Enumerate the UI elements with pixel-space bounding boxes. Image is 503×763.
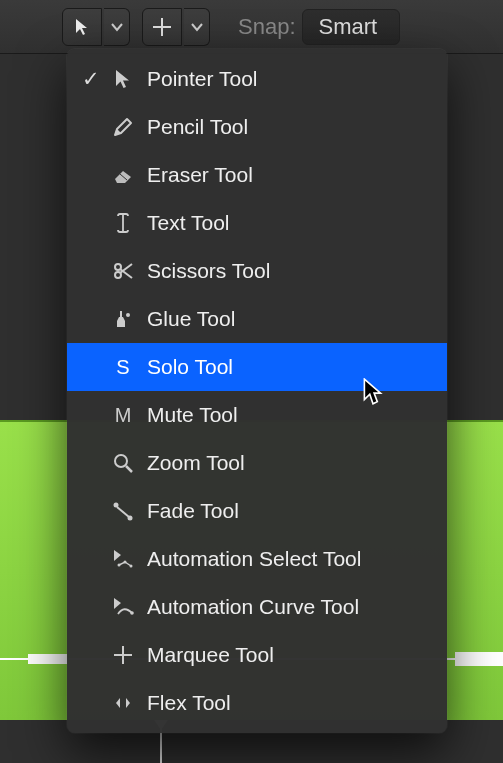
cmd-click-tool-dropdown[interactable] (184, 8, 210, 46)
menu-item-label: Fade Tool (141, 499, 433, 523)
menu-item-label: Mute Tool (141, 403, 433, 427)
tool-menu: ✓Pointer ToolPencil ToolEraser ToolText … (67, 49, 447, 733)
menu-item-label: Pencil Tool (141, 115, 433, 139)
menu-item-label: Text Tool (141, 211, 433, 235)
svg-point-20 (130, 611, 134, 615)
menu-item-label: Eraser Tool (141, 163, 433, 187)
menu-item-label: Solo Tool (141, 355, 433, 379)
svg-line-15 (117, 507, 129, 517)
menu-item-mute-tool[interactable]: MMute Tool (67, 391, 447, 439)
snap-label: Snap: (238, 14, 296, 40)
scissors-icon (105, 259, 141, 283)
glue-icon (105, 307, 141, 331)
menu-item-zoom-tool[interactable]: Zoom Tool (67, 439, 447, 487)
menu-item-eraser-tool[interactable]: Eraser Tool (67, 151, 447, 199)
letter-M-icon: M (105, 404, 141, 427)
menu-item-label: Scissors Tool (141, 259, 433, 283)
pointer-icon (105, 67, 141, 91)
autocurve-icon (105, 595, 141, 619)
menu-item-label: Glue Tool (141, 307, 433, 331)
menu-item-automation-select-tool[interactable]: Automation Select Tool (67, 535, 447, 583)
menu-item-marquee-tool[interactable]: Marquee Tool (67, 631, 447, 679)
eraser-icon (105, 163, 141, 187)
menu-item-glue-tool[interactable]: Glue Tool (67, 295, 447, 343)
menu-item-label: Automation Curve Tool (141, 595, 433, 619)
checkmark-icon: ✓ (77, 67, 105, 91)
autoselect-icon (105, 547, 141, 571)
svg-point-12 (115, 455, 127, 467)
menu-item-label: Marquee Tool (141, 643, 433, 667)
menu-item-label: Automation Select Tool (141, 547, 433, 571)
menu-item-solo-tool[interactable]: SSolo Tool (67, 343, 447, 391)
menu-item-fade-tool[interactable]: Fade Tool (67, 487, 447, 535)
svg-rect-10 (120, 311, 122, 317)
left-click-tool-button[interactable] (62, 8, 102, 46)
svg-line-8 (120, 269, 132, 278)
cmd-click-tool-button[interactable] (142, 8, 182, 46)
menu-item-text-tool[interactable]: Text Tool (67, 199, 447, 247)
svg-point-11 (126, 313, 130, 317)
pointer-icon (72, 17, 92, 37)
menu-item-pointer-tool[interactable]: ✓Pointer Tool (67, 55, 447, 103)
menu-item-automation-curve-tool[interactable]: Automation Curve Tool (67, 583, 447, 631)
menu-item-label: Zoom Tool (141, 451, 433, 475)
menu-item-flex-tool[interactable]: Flex Tool (67, 679, 447, 727)
letter-S-icon: S (105, 356, 141, 379)
svg-line-9 (120, 264, 132, 273)
menu-item-scissors-tool[interactable]: Scissors Tool (67, 247, 447, 295)
flex-icon (105, 691, 141, 715)
chevron-down-icon (111, 22, 123, 32)
zoom-icon (105, 451, 141, 475)
pencil-icon (105, 115, 141, 139)
marquee-icon (105, 643, 141, 667)
text-icon (105, 211, 141, 235)
marquee-icon (151, 16, 173, 38)
toolbar: Snap: Smart (0, 0, 503, 54)
menu-item-label: Pointer Tool (141, 67, 433, 91)
chevron-down-icon (191, 22, 203, 32)
left-click-tool-dropdown[interactable] (104, 8, 130, 46)
menu-item-pencil-tool[interactable]: Pencil Tool (67, 103, 447, 151)
snap-mode-selector[interactable]: Smart (302, 9, 401, 45)
svg-point-16 (128, 516, 133, 521)
fade-icon (105, 499, 141, 523)
menu-item-label: Flex Tool (141, 691, 433, 715)
svg-line-13 (126, 466, 132, 472)
